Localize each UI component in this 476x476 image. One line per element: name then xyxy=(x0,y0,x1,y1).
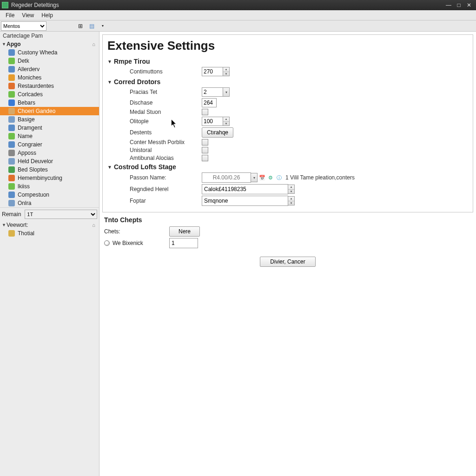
sidebar-item-16[interactable]: lkiiss xyxy=(0,182,99,191)
disclosure-icon: ▼ xyxy=(107,79,114,85)
dischase-label: Dischase xyxy=(130,99,202,106)
sidebar-item-13[interactable]: Held Deuvelor xyxy=(0,157,99,165)
sidebar-item-label: Compestuon xyxy=(18,192,49,198)
page-title: Extensive Settings xyxy=(107,39,468,53)
we-bixenick-radio[interactable] xyxy=(104,240,110,246)
sidebar-item-label: Thotial xyxy=(18,230,34,237)
sidebar-group-veewort[interactable]: ▼ Veewort: ⌂ xyxy=(0,221,99,229)
section-costrod-lofts[interactable]: ▼ Costrod Lofts Stage xyxy=(107,163,468,171)
sidebar-item-15[interactable]: Hemembinycuting xyxy=(0,174,99,182)
destents-label: Destents xyxy=(130,129,202,136)
contimuttons-input[interactable] xyxy=(202,67,223,76)
we-bixenick-input[interactable] xyxy=(169,238,198,248)
olitople-spinner[interactable]: ▲▼ xyxy=(223,117,230,126)
calendar-icon[interactable]: 📅 xyxy=(258,174,266,181)
sidebar-item-9[interactable]: Dramgent xyxy=(0,124,99,132)
sidebar-item-6[interactable]: Bebars xyxy=(0,99,99,107)
sidebar-item-label: Detk xyxy=(18,58,29,64)
item-icon xyxy=(8,125,15,131)
sidebar-item-1[interactable]: Detk xyxy=(0,57,99,65)
sidebar-item-label: Congraier xyxy=(18,141,42,148)
remain-select[interactable]: 1T xyxy=(25,210,97,219)
sidebar-item-3[interactable]: Moniches xyxy=(0,73,99,82)
sidebar: Carteclage Pam ▼ Apgo ⌂ Custony WhedaDet… xyxy=(0,32,99,476)
disclosure-icon: ▼ xyxy=(2,42,7,46)
medal-checkbox[interactable] xyxy=(202,109,208,115)
sidebar-item-2[interactable]: Allerderv xyxy=(0,65,99,73)
item-icon xyxy=(8,150,15,156)
sidebar-item-label: Basige xyxy=(18,116,35,123)
sidebar-item-7[interactable]: Choeri Gandeo xyxy=(0,107,99,115)
settings-panel: Extensive Settings ▼ Rmpe Tirou Contimut… xyxy=(102,34,473,212)
section-rmpe-tirou[interactable]: ▼ Rmpe Tirou xyxy=(107,58,468,65)
dischase-input[interactable] xyxy=(202,98,217,107)
sidebar-item-4[interactable]: Restaurdentes xyxy=(0,82,99,90)
sidebar-item-10[interactable]: Name xyxy=(0,132,99,140)
chets-label: Chets: xyxy=(104,228,169,235)
config-icon[interactable]: ⚙ xyxy=(267,174,274,181)
sidebar-item-8[interactable]: Basige xyxy=(0,115,99,124)
item-icon xyxy=(8,175,15,181)
nere-button[interactable]: Nere xyxy=(169,226,200,237)
amtibunal-checkbox[interactable] xyxy=(202,155,208,161)
toolbar: Mentos ⊞ ▤ ▾ xyxy=(0,20,476,32)
passon-label: Passon Name: xyxy=(130,174,202,181)
sidebar-item-14[interactable]: Bed Sloptes xyxy=(0,165,99,174)
item-icon xyxy=(8,83,15,89)
olitople-input[interactable] xyxy=(202,117,223,126)
sidebar-item-label: Restaurdentes xyxy=(18,83,54,89)
conter-checkbox[interactable] xyxy=(202,139,208,145)
sidebar-item-label: Allerderv xyxy=(18,66,40,73)
sidebar-item-17[interactable]: Compestuon xyxy=(0,191,99,199)
sidebar-item-11[interactable]: Congraier xyxy=(0,140,99,149)
foptar-spinner[interactable]: ▲▼ xyxy=(288,196,295,205)
item-icon xyxy=(8,66,15,73)
maximize-button[interactable]: □ xyxy=(454,1,464,9)
remain-row: Remain 1T xyxy=(0,207,99,221)
close-button[interactable]: ✕ xyxy=(464,1,474,9)
home-icon[interactable]: ⌂ xyxy=(92,222,97,228)
item-icon xyxy=(8,230,15,237)
lower-title: Tnto Chepts xyxy=(104,216,471,224)
sidebar-group-apgo[interactable]: ▼ Apgo ⌂ xyxy=(0,40,99,48)
foptar-input[interactable] xyxy=(202,196,288,206)
section-corred-drotors[interactable]: ▼ Corred Drotors xyxy=(107,78,468,86)
item-icon xyxy=(8,183,15,190)
app-icon xyxy=(2,2,8,8)
toolbar-selector[interactable]: Mentos xyxy=(1,21,46,31)
passon-input[interactable] xyxy=(202,172,251,183)
regnd-spinner[interactable]: ▲▼ xyxy=(288,185,295,194)
sidebar-item-label: Dramgent xyxy=(18,125,42,131)
menu-help[interactable]: Help xyxy=(38,11,57,20)
sidebar-item2-0[interactable]: Thotial xyxy=(0,229,99,238)
home-icon[interactable]: ⌂ xyxy=(92,41,97,47)
item-icon xyxy=(8,49,15,56)
info-icon[interactable]: ⓘ xyxy=(275,174,283,181)
toolbar-btn-3[interactable]: ▾ xyxy=(98,21,108,31)
sidebar-item-5[interactable]: Corlcades xyxy=(0,90,99,99)
item-icon xyxy=(8,58,15,64)
passon-dropdown[interactable]: ▾ xyxy=(251,173,258,182)
regnd-input[interactable] xyxy=(202,184,288,194)
sheet-icon: ▤ xyxy=(89,23,94,29)
item-icon xyxy=(8,166,15,173)
item-icon xyxy=(8,74,15,81)
pracias-input[interactable] xyxy=(202,87,223,97)
sidebar-item-12[interactable]: Apposs xyxy=(0,149,99,157)
sidebar-item-18[interactable]: Onlra xyxy=(0,199,99,207)
menu-view[interactable]: View xyxy=(18,11,38,20)
contimuttons-spinner[interactable]: ▲▼ xyxy=(223,67,230,76)
sidebar-item-label: Hemembinycuting xyxy=(18,175,62,181)
sidebar-item-label: Moniches xyxy=(18,74,41,81)
sidebar-item-0[interactable]: Custony Wheda xyxy=(0,48,99,57)
unistoral-checkbox[interactable] xyxy=(202,147,208,153)
pracias-dropdown[interactable]: ▾ xyxy=(223,87,230,97)
cancel-button[interactable]: Divier, Cancer xyxy=(260,257,316,267)
menu-file[interactable]: File xyxy=(2,11,18,20)
conter-label: Conter Messth Porblix xyxy=(130,139,202,145)
toolbar-btn-2[interactable]: ▤ xyxy=(86,21,97,31)
sidebar-item-label: Apposs xyxy=(18,150,36,156)
toolbar-btn-1[interactable]: ⊞ xyxy=(75,21,86,31)
destents-button[interactable]: Ctırahqe xyxy=(202,127,233,138)
minimize-button[interactable]: — xyxy=(443,1,454,9)
